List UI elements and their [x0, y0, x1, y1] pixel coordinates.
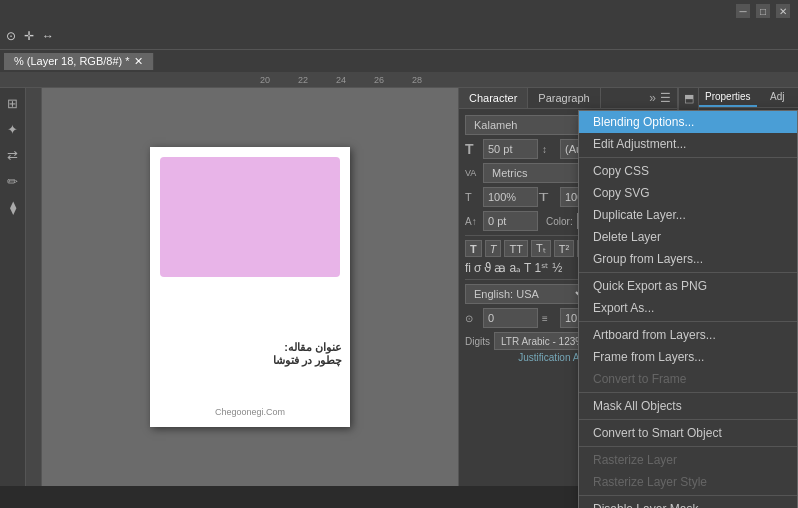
ruler-marks: 20 22 24 26 28	[260, 75, 422, 85]
glyph-theta: ϑ	[484, 261, 491, 275]
glyph-a-ord: aₐ	[509, 261, 521, 275]
tracking-symbol: ⊙	[465, 313, 479, 324]
ruler-mark: 28	[412, 75, 422, 85]
tool-2[interactable]: ✦	[2, 118, 24, 140]
tool-3[interactable]: ⇄	[2, 144, 24, 166]
canvas-area: عنوان مقاله: چطور در فتوشا Chegoonegi.Co…	[26, 88, 458, 486]
ctx-duplicate-layer[interactable]: Duplicate Layer...	[579, 204, 797, 226]
tool-mode-icon[interactable]: ⊙	[6, 29, 16, 43]
scale-v-input[interactable]	[483, 187, 538, 207]
ctx-convert-to-frame: Convert to Frame	[579, 368, 797, 390]
canvas-pink-shape	[160, 157, 340, 277]
properties-panel: Properties Adj ▣ Pixel Layer ▼ Transform…	[698, 88, 798, 486]
ruler-mark: 26	[374, 75, 384, 85]
panel-menu-icons: » ☰	[649, 91, 677, 105]
baseline-input[interactable]	[483, 211, 538, 231]
ctx-mask-all-objects[interactable]: Mask All Objects	[579, 395, 797, 417]
tracking-val-input[interactable]	[483, 308, 538, 328]
ctx-copy-svg[interactable]: Copy SVG	[579, 182, 797, 204]
text-line2: چطور در فتوشا	[158, 354, 342, 367]
ctx-edit-adjustment[interactable]: Edit Adjustment...	[579, 133, 797, 155]
tab-bar: % (Layer 18, RGB/8#) * ✕	[0, 50, 798, 72]
watermark: Chegoonegi.Com	[215, 407, 285, 417]
side-icon-1[interactable]: ⬒	[684, 92, 694, 105]
glyph-sigma: σ	[474, 261, 481, 275]
tool-1[interactable]: ⊞	[2, 92, 24, 114]
horizontal-ruler: 20 22 24 26 28	[0, 72, 798, 88]
type-btn-regular[interactable]: T	[465, 240, 482, 257]
minimize-button[interactable]: ─	[736, 4, 750, 18]
ctx-blending-options[interactable]: Blending Options...	[579, 111, 797, 133]
scale-h-label: T	[539, 191, 560, 203]
glyph-T: T	[524, 261, 531, 275]
title-bar: ─ □ ✕	[0, 0, 798, 22]
panel-menu-icon[interactable]: ☰	[660, 91, 671, 105]
font-size-icon: T	[465, 141, 479, 157]
ctx-artboard-from-layers[interactable]: Artboard from Layers...	[579, 324, 797, 346]
close-button[interactable]: ✕	[776, 4, 790, 18]
text-line1: عنوان مقاله:	[158, 341, 342, 354]
ruler-mark: 24	[336, 75, 346, 85]
glyph-aa: ꜳ	[494, 261, 506, 275]
ruler-mark: 20	[260, 75, 270, 85]
ctx-copy-css[interactable]: Copy CSS	[579, 160, 797, 182]
tool-5[interactable]: ⧫	[2, 196, 24, 218]
panel-expand-icon[interactable]: »	[649, 91, 656, 105]
tab-properties[interactable]: Properties	[699, 88, 757, 107]
tab-adjustments[interactable]: Adj	[757, 88, 798, 107]
move-tool-icon[interactable]: ✛	[24, 29, 34, 43]
ruler-mark: 22	[298, 75, 308, 85]
vertical-ruler	[26, 88, 42, 486]
font-size-input[interactable]	[483, 139, 538, 159]
canvas-document: عنوان مقاله: چطور در فتوشا Chegoonegi.Co…	[150, 147, 350, 427]
toolbar: ⊙ ✛ ↔	[0, 22, 798, 50]
type-btn-small-caps[interactable]: Tₜ	[531, 240, 551, 257]
ctx-disable-layer-mask[interactable]: Disable Layer Mask	[579, 498, 797, 508]
main-layout: ⊞ ✦ ⇄ ✏ ⧫ عنوان مقاله: چطور در فتوشا Che…	[0, 88, 798, 486]
ctx-quick-export-png[interactable]: Quick Export as PNG	[579, 275, 797, 297]
glyph-1st: 1ˢᵗ	[534, 261, 549, 275]
ctx-group-from-layers[interactable]: Group from Layers...	[579, 248, 797, 270]
properties-tabs: Properties Adj	[699, 88, 798, 108]
character-panel-tabs: Character Paragraph » ☰	[459, 88, 677, 109]
leading-symbol: ≡	[542, 313, 556, 324]
canvas-text: عنوان مقاله: چطور در فتوشا	[158, 341, 342, 367]
ctx-export-as[interactable]: Export As...	[579, 297, 797, 319]
tool-4[interactable]: ✏	[2, 170, 24, 192]
baseline-label: A↑	[465, 216, 479, 227]
ctx-convert-smart-object[interactable]: Convert to Smart Object	[579, 422, 797, 444]
color-label: Color:	[546, 216, 573, 227]
tab-character[interactable]: Character	[459, 88, 528, 108]
type-btn-caps[interactable]: TT	[504, 240, 527, 257]
digits-label: Digits	[465, 336, 490, 347]
glyph-fi: fi	[465, 261, 471, 275]
ctx-rasterize-layer: Rasterize Layer	[579, 449, 797, 471]
canvas-content: عنوان مقاله: چطور در فتوشا Chegoonegi.Co…	[42, 88, 458, 486]
tab-label: % (Layer 18, RGB/8#) *	[14, 55, 130, 67]
tab-close-icon[interactable]: ✕	[134, 55, 143, 68]
maximize-button[interactable]: □	[756, 4, 770, 18]
watermark-text: Chegoonegi.Com	[215, 407, 285, 417]
transform-icon[interactable]: ↔	[42, 29, 54, 43]
type-btn-italic[interactable]: T	[485, 240, 502, 257]
ctx-rasterize-layer-style: Rasterize Layer Style	[579, 471, 797, 493]
tab-paragraph[interactable]: Paragraph	[528, 88, 600, 108]
tracking-label: VA	[465, 168, 479, 178]
type-btn-super[interactable]: T²	[554, 240, 574, 257]
document-tab[interactable]: % (Layer 18, RGB/8#) * ✕	[4, 53, 154, 70]
ctx-frame-from-layers[interactable]: Frame from Layers...	[579, 346, 797, 368]
ctx-delete-layer[interactable]: Delete Layer	[579, 226, 797, 248]
scale-v-label: T	[465, 191, 479, 203]
glyph-half: ½	[552, 261, 562, 275]
leading-icon: ↕	[542, 144, 556, 155]
language-select[interactable]: English: USA	[465, 284, 589, 304]
left-tool-panel: ⊞ ✦ ⇄ ✏ ⧫	[0, 88, 26, 486]
context-menu: Blending Options... Edit Adjustment... C…	[578, 110, 798, 508]
